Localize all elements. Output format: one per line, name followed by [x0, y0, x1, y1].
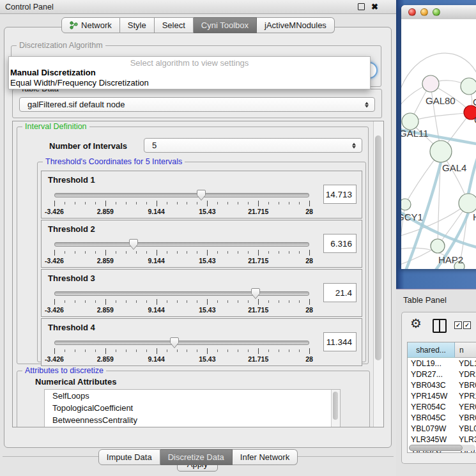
- tick-mark: [248, 300, 249, 303]
- tab-cyni-toolbox[interactable]: Cyni Toolbox: [194, 17, 257, 33]
- tick-mark: [227, 202, 228, 204]
- tab-network[interactable]: Network: [61, 17, 120, 33]
- slider-thumb[interactable]: [128, 238, 139, 250]
- column-header-name[interactable]: n: [455, 342, 476, 358]
- slider-track[interactable]: [54, 341, 309, 345]
- table-horizontal-scrollbar-thumb[interactable]: [409, 445, 463, 451]
- table-row[interactable]: YLR345WYLR3: [408, 434, 476, 445]
- close-traffic-light-icon[interactable]: [408, 8, 416, 16]
- settings-scrollbar[interactable]: [373, 121, 383, 427]
- table-row[interactable]: YBL079WYBL0: [408, 423, 476, 434]
- column-header-shared-name[interactable]: shared...: [408, 342, 455, 358]
- tab-infer-network[interactable]: Infer Network: [233, 449, 298, 465]
- threshold-slider[interactable]: -3.4262.8599.14415.4321.71528: [49, 286, 314, 314]
- threshold-value-field[interactable]: 11.344: [323, 332, 357, 351]
- network-node-green[interactable]: [431, 239, 445, 253]
- tick-label: 9.144: [148, 355, 164, 363]
- threshold-slider[interactable]: -3.4262.8599.14415.4321.71528: [49, 335, 314, 364]
- thresholds-list: Threshold 1-3.4262.8599.14415.4321.71528…: [41, 171, 362, 367]
- checkbox-checked-icon[interactable]: ✓: [454, 321, 462, 329]
- slider-ticks: [54, 250, 309, 256]
- table-row[interactable]: YBR043CYBR0: [408, 380, 476, 390]
- tick-mark: [116, 300, 116, 303]
- network-node-green[interactable]: [401, 199, 411, 210]
- tick-mark: [157, 250, 157, 256]
- minimize-traffic-light-icon[interactable]: [420, 8, 428, 16]
- threshold-slider[interactable]: -3.4262.8599.14415.4321.71528: [49, 237, 314, 265]
- zoom-traffic-light-icon[interactable]: [433, 8, 440, 16]
- tick-label: 28: [305, 306, 313, 314]
- list-item[interactable]: SelfLoops: [45, 390, 340, 402]
- slider-tick-labels: -3.4262.8599.14415.4321.71528: [54, 257, 309, 265]
- table-data-combobox[interactable]: galFiltered.sif default node: [19, 97, 375, 112]
- tick-mark: [65, 251, 65, 254]
- network-node-green[interactable]: [461, 78, 476, 95]
- table-row[interactable]: YDR27...YDR2: [408, 369, 476, 380]
- tick-mark: [65, 349, 65, 352]
- slider-tick-labels: -3.4262.8599.14415.4321.71528: [54, 355, 309, 363]
- column-layout-icon[interactable]: [433, 319, 447, 333]
- network-node-green[interactable]: [430, 141, 452, 162]
- network-canvas[interactable]: GAL80GCGAL11GAL4GCY1HHAP2: [401, 19, 476, 269]
- network-view-window: GAL80GCGAL11GAL4GCY1HHAP2: [401, 5, 476, 269]
- tick-mark: [217, 202, 218, 204]
- threshold-value-field[interactable]: 6.316: [323, 234, 357, 253]
- table-horizontal-scrollbar[interactable]: [409, 445, 475, 451]
- numerical-attributes-list[interactable]: SelfLoopsTopologicalCoefficientBetweenne…: [44, 389, 341, 427]
- attributes-list-scrollbar-thumb[interactable]: [333, 392, 338, 420]
- tick-mark: [309, 250, 310, 256]
- slider-thumb[interactable]: [196, 189, 206, 201]
- close-icon[interactable]: ✖: [371, 3, 378, 11]
- settings-scrollbar-thumb[interactable]: [375, 135, 381, 360]
- slider-track[interactable]: [54, 193, 309, 197]
- tick-mark: [126, 251, 127, 254]
- threshold-label: Threshold 1: [48, 175, 95, 185]
- tick-mark: [146, 349, 147, 352]
- table-row[interactable]: YER054CYER0: [408, 401, 476, 412]
- algorithm-option-equal-width[interactable]: Equal Width/Frequency Discretization: [9, 78, 370, 88]
- tab-infer-network-label: Infer Network: [240, 452, 289, 462]
- tab-select[interactable]: Select: [155, 17, 194, 33]
- tab-jactivemnodules[interactable]: jActiveMNodules: [257, 17, 335, 33]
- slider-track[interactable]: [54, 291, 309, 296]
- edge-thin[interactable]: [410, 112, 471, 121]
- network-node-green[interactable]: [459, 194, 476, 213]
- list-item[interactable]: TopologicalCoefficient: [45, 402, 340, 414]
- thresholds-group-title: Threshold's Coordinates for 5 Intervals: [43, 157, 185, 166]
- tab-style-label: Style: [128, 20, 146, 30]
- slider-thumb[interactable]: [250, 288, 261, 300]
- table-row[interactable]: YPR145WYPR1: [408, 390, 476, 401]
- list-item[interactable]: BetweennessCentrality: [45, 414, 340, 426]
- table-row[interactable]: YBR045CYBR0: [408, 412, 476, 423]
- edge-thick[interactable]: [468, 153, 476, 194]
- tick-mark: [289, 202, 289, 204]
- threshold-value-field[interactable]: 21.4: [323, 283, 357, 302]
- tick-mark: [238, 202, 238, 204]
- slider-ticks: [54, 348, 309, 355]
- settings-gear-icon[interactable]: ⚙: [410, 316, 422, 331]
- tab-discretize-data[interactable]: Discretize Data: [160, 449, 233, 465]
- tab-style[interactable]: Style: [120, 17, 155, 33]
- tick-label: 15.43: [199, 208, 215, 215]
- cell-name: YDR2: [454, 370, 476, 379]
- network-window-titlebar: [401, 5, 476, 20]
- tick-mark: [197, 251, 197, 254]
- checkbox-checked-icon[interactable]: ✓: [463, 321, 471, 329]
- slider-thumb[interactable]: [169, 337, 180, 349]
- table-panel-title: Table Panel: [403, 295, 447, 305]
- number-of-intervals-combobox[interactable]: 5: [144, 138, 362, 153]
- threshold-slider[interactable]: -3.4262.8599.14415.4321.71528: [49, 188, 314, 216]
- tick-mark: [75, 300, 75, 303]
- network-node-pink[interactable]: [422, 75, 439, 92]
- bottom-tab-bar: Impute Data Discretize Data Infer Networ…: [0, 449, 396, 465]
- tick-mark: [268, 349, 269, 352]
- algorithm-option-manual[interactable]: Manual Discretization: [9, 68, 370, 78]
- slider-track[interactable]: [54, 242, 309, 247]
- tab-impute-data[interactable]: Impute Data: [98, 449, 160, 465]
- tick-label: -3.426: [45, 257, 64, 265]
- threshold-value-field[interactable]: 14.713: [323, 185, 357, 204]
- float-window-icon[interactable]: [358, 3, 365, 10]
- table-row[interactable]: YDL19...YDL1: [408, 358, 476, 369]
- tick-mark: [116, 349, 116, 352]
- attributes-list-scrollbar[interactable]: [331, 390, 340, 427]
